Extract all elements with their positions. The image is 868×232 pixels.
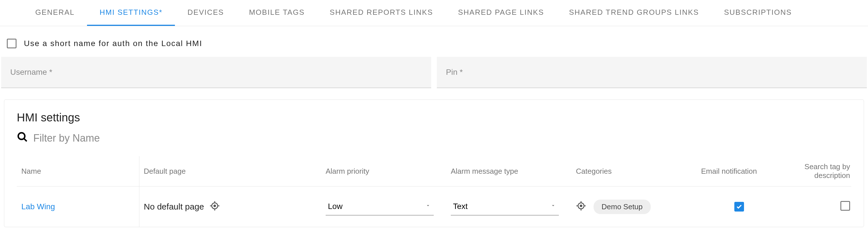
tab-shared-trend-groups-links[interactable]: SHARED TREND GROUPS LINKS [557,0,712,26]
tab-bar: GENERAL HMI SETTINGS* DEVICES MOBILE TAG… [0,0,868,26]
search-tag-checkbox[interactable] [840,201,850,211]
tab-shared-reports-links[interactable]: SHARED REPORTS LINKS [317,0,445,26]
category-chip[interactable]: Demo Setup [594,200,651,214]
svg-point-9 [580,205,582,207]
svg-point-0 [18,133,25,139]
username-field[interactable] [1,57,431,88]
tab-mobile-tags[interactable]: MOBILE TAGS [236,0,317,26]
tab-subscriptions[interactable]: SUBSCRIPTIONS [712,0,804,26]
tab-hmi-settings[interactable]: HMI SETTINGS* [87,0,175,26]
shortname-label: Use a short name for auth on the Local H… [24,39,202,48]
col-header-name: Name [17,156,139,187]
hmi-settings-table: Name Default page Alarm priority Alarm m… [17,156,851,227]
pin-field[interactable] [437,57,867,88]
svg-line-1 [24,138,27,141]
col-header-alarm-priority: Alarm priority [321,156,446,187]
table-header-row: Name Default page Alarm priority Alarm m… [17,156,851,187]
tab-general[interactable]: GENERAL [23,0,87,26]
table-row: Lab Wing No default page [17,187,851,227]
credentials-row [0,57,868,100]
row-default-page-text: No default page [144,202,204,211]
locate-icon[interactable] [576,201,586,213]
card-title: HMI settings [17,111,851,124]
hmi-settings-card: HMI settings Name Default page Alarm pri… [4,100,864,227]
alarm-priority-select[interactable] [326,198,434,216]
alarm-msg-type-select[interactable] [451,198,559,216]
col-header-search-tag: Search tag by description [782,156,851,187]
filter-by-name-input[interactable] [33,132,851,144]
col-header-default-page: Default page [139,156,321,187]
locate-icon[interactable] [210,201,220,213]
shortname-row: Use a short name for auth on the Local H… [0,26,868,57]
svg-point-3 [214,205,216,207]
tab-shared-page-links[interactable]: SHARED PAGE LINKS [445,0,556,26]
tab-devices[interactable]: DEVICES [175,0,236,26]
col-header-email: Email notification [696,156,782,187]
filter-row [17,131,851,145]
row-name-link[interactable]: Lab Wing [21,202,55,211]
search-icon [17,131,28,145]
col-header-categories: Categories [571,156,696,187]
col-header-alarm-msg-type: Alarm message type [446,156,571,187]
email-notification-checkbox[interactable] [734,202,744,211]
shortname-checkbox[interactable] [7,39,17,48]
